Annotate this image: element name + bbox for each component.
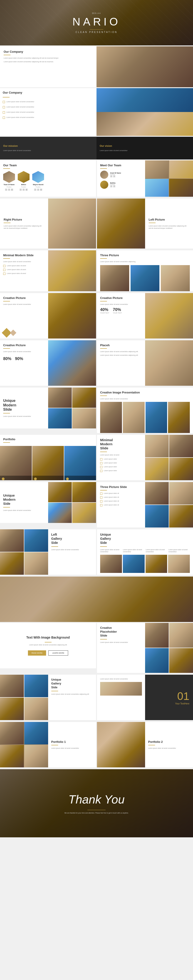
three-slide-item-1: Lorem ipsum dolor sit: [100, 492, 142, 495]
meet-name-1: Grant W Name: [110, 172, 121, 174]
stats-row: 40% YOUR TEXT 70% YOUR TEXT: [100, 307, 142, 314]
cp-img-3: [145, 648, 169, 673]
unique2-three-row: UniqueModernSide Lorem ipsum dolor sit a…: [0, 482, 193, 528]
minimal2-cb-2: [100, 462, 103, 465]
unique-img-2: [72, 388, 96, 408]
three-slide-item-2: Lorem ipsum dolor sit: [100, 496, 142, 499]
company2-underline: [3, 97, 9, 97]
checkbox-1: [3, 101, 5, 103]
heart-icon-1: [2, 477, 5, 480]
left-gallery-content: LeftGallerySide Lorem ipsum dolor sit am…: [48, 529, 96, 575]
portfolio-minimal-row: Portfolio: [0, 435, 193, 481]
text-bg-creative-row: Text With Image Background Lorem ipsum d…: [0, 623, 193, 674]
creative-placeholder-right: [145, 623, 193, 673]
three-slide-right: [145, 482, 193, 528]
slide-creative-placeholder: CreativePlaceholderSlide Lorem ipsum dol…: [97, 623, 193, 673]
text-bg-title: Text With Image Background: [26, 636, 70, 639]
unique-img-3: [48, 408, 72, 428]
minimal-item-3: Lorem ipsum dolor sit amet: [3, 272, 45, 275]
three-pic-content: Three Picture Lorem ipsum dolor sit amet…: [97, 250, 193, 291]
slide-our-team: Our Team Team Of Name Position t f in Bi…: [0, 161, 96, 197]
vision-box: Our vision Lorem ipsum dolor sit amet co…: [96, 137, 193, 159]
creative2-text: Lorem ipsum dolor sit amet consectetur: [100, 303, 142, 305]
meet-underline: [100, 168, 107, 169]
meet-right-imgs: [145, 161, 193, 197]
slide-creative-1: Creative Picture Lorem ipsum dolor sit a…: [0, 293, 96, 339]
creative-row-1: Creative Picture Lorem ipsum dolor sit a…: [0, 293, 193, 339]
creative-placeholder-left: CreativePlaceholderSlide Lorem ipsum dol…: [97, 623, 145, 673]
team-row: Our Team Team Of Name Position t f in Bi…: [0, 161, 193, 197]
p1-img-4: [24, 745, 48, 767]
minimal-cb-1: [3, 265, 5, 267]
member-role-3: Position: [36, 186, 40, 188]
text-bg-underline: [45, 642, 52, 643]
minimal-three-row: Minimal Modern Slide Lorem ipsum dolor s…: [0, 250, 193, 292]
gallery2-text: Lorem ipsum dolor sit amet consectetur a…: [51, 693, 93, 695]
left-pic-text: Lorem ipsum dolor sit amet consectetur a…: [149, 225, 190, 229]
three-slide-cb-1: [100, 493, 103, 495]
unique2-title: UniqueModernSide: [3, 493, 45, 506]
our-team-title: Our Team: [3, 164, 93, 167]
minimal-cb-2: [3, 269, 5, 271]
three-slide-title: Three Picture Slide: [100, 485, 142, 488]
cp-img-4: [169, 648, 193, 673]
ug-text-cols: Lorem ipsum dolor sit amet consectetur L…: [100, 549, 190, 553]
heart-icon-2: [34, 477, 37, 480]
member-name-1: Team Of Name: [4, 184, 15, 185]
creative3-text: Lorem ipsum dolor sit amet consectetur: [3, 350, 45, 353]
number-right: 01 Your TextHere: [145, 675, 193, 720]
portfolio-underline: [3, 442, 10, 443]
creative3-right: [48, 340, 96, 386]
social-2: t f in: [19, 189, 28, 191]
learn-more-button[interactable]: LEARN MORE: [48, 651, 68, 655]
member-name-2: Billion: [21, 184, 26, 185]
minimal-item-text-1: Lorem ipsum dolor sit amet: [7, 265, 26, 267]
gallery2-imgs: [0, 675, 48, 720]
gallery2-underline: [51, 691, 58, 691]
cp-imgs: [145, 623, 193, 673]
three-slide-left: Three Picture Slide Lorem ipsum dolor si…: [97, 482, 145, 528]
creative-img-item-1: [100, 402, 122, 433]
portfolio-overlay-3: [64, 476, 96, 480]
three-cell-3: [145, 505, 169, 528]
check-item-3: Lorem ipsum dolor sit amet consectetur: [3, 111, 94, 114]
meet-role-2: Position: [110, 184, 115, 185]
facebook-icon: f: [8, 189, 10, 191]
ug-imgs: [100, 555, 190, 573]
minimal2-cb-1: [100, 458, 103, 460]
right-pic-title: Right Picture: [4, 218, 44, 221]
three-slide-cb-3: [100, 500, 103, 503]
img-restaurant: [96, 112, 193, 136]
three-slide-text-2: Lorem ipsum dolor sit: [104, 496, 119, 498]
three-slide-underline: [100, 490, 107, 490]
mission-box: Our mission Lorem ipsum dolor sit amet c…: [0, 137, 96, 159]
check-item-4: Lorem ipsum dolor sit amet consectetur: [3, 116, 94, 119]
slide-portfolio: Portfolio: [0, 435, 96, 480]
slide-unique-gallery: UniqueGallerySide Lorem ipsum dolor sit …: [97, 529, 193, 575]
team-underline: [3, 168, 10, 169]
ug-col-2: Lorem ipsum dolor sit amet consectetur: [123, 549, 144, 553]
company-text-2: Lorem ipsum dolor sit amet consectetur a…: [4, 60, 93, 63]
unique-creative-row: UniqueModernSlide Lorem ipsum dolor sit …: [0, 388, 193, 434]
stat-num-1: 40%: [100, 307, 109, 312]
unique-gallery-number-row: UniqueGallerySide Lorem ipsum dolor sit …: [0, 675, 193, 721]
stat-num-2: 70%: [113, 307, 122, 312]
number-left: Lorem ipsum dolor sit amet consectetur: [97, 675, 145, 720]
portfolio1-content: Portfolio 1 Lorem ipsum dolor sit amet c…: [48, 722, 96, 767]
meet-name-2: Balthia: [110, 182, 115, 184]
social-3: t f in: [34, 189, 42, 191]
three-slide-item-4: Lorem ipsum dolor sit: [100, 504, 142, 506]
checkbox-3: [3, 111, 5, 114]
creative3-underline: [3, 348, 10, 349]
checkbox-4: [3, 116, 5, 119]
cp-text: Lorem ipsum dolor sit amet consectetur: [100, 641, 142, 644]
unique2-text: Lorem ipsum dolor sit amet consectetur: [3, 509, 45, 512]
unique2-left: UniqueModernSide Lorem ipsum dolor sit a…: [0, 482, 48, 523]
team-grid: Team Of Name Position t f in Billion Pos…: [3, 171, 93, 191]
check-text-4: Lorem ipsum dolor sit amet consectetur: [6, 116, 34, 119]
gallery2-img-4: [24, 698, 48, 720]
creative2-title: Creative Picture: [100, 296, 142, 300]
read-more-button[interactable]: READ MORE: [28, 651, 46, 655]
slide-text-bg: Text With Image Background Lorem ipsum d…: [0, 623, 96, 668]
team-member-1: Team Of Name Position t f in: [3, 171, 15, 191]
